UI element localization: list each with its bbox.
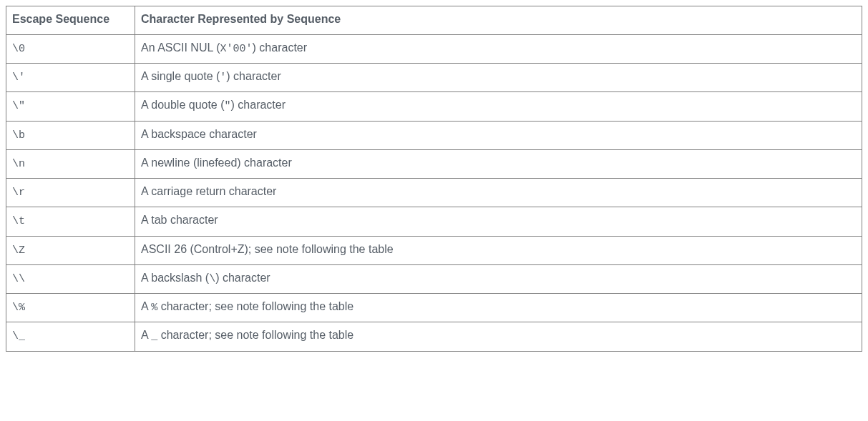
description-text-pre: A (141, 300, 151, 312)
cell-description: A double quote (") character (135, 92, 862, 121)
description-text-post: ) character (253, 41, 307, 54)
escape-sequence-code: \Z (12, 244, 25, 257)
description-text-post: ) character (226, 70, 281, 82)
cell-escape-sequence: \\ (6, 264, 135, 293)
cell-escape-sequence: \" (6, 92, 135, 121)
escape-sequence-code: \0 (12, 43, 25, 55)
cell-description: A _ character; see note following the ta… (135, 322, 862, 351)
table-row: \tA tab character (6, 207, 862, 236)
cell-description: A backslash (\) character (135, 264, 862, 293)
cell-escape-sequence: \b (6, 121, 135, 149)
escape-sequence-table: Escape Sequence Character Represented by… (6, 6, 862, 352)
table-row: \bA backspace character (6, 121, 862, 149)
table-row: \%A % character; see note following the … (6, 294, 862, 322)
header-escape-sequence: Escape Sequence (6, 6, 135, 35)
table-row: \_A _ character; see note following the … (6, 322, 862, 351)
cell-description: A % character; see note following the ta… (135, 294, 862, 322)
description-text-pre: An ASCII NUL ( (141, 41, 220, 54)
cell-description: ASCII 26 (Control+Z); see note following… (135, 236, 862, 264)
cell-description: A single quote (') character (135, 64, 862, 92)
description-inline-code: \ (209, 273, 215, 285)
description-text-pre: ASCII 26 (Control+Z); see note following… (141, 243, 394, 255)
cell-escape-sequence: \_ (6, 322, 135, 351)
description-text-pre: A newline (linefeed) character (141, 157, 292, 169)
description-inline-code: X'00' (220, 43, 253, 55)
description-text-post: ) character (231, 99, 286, 111)
cell-escape-sequence: \r (6, 179, 135, 207)
table-row: \'A single quote (') character (6, 64, 862, 92)
table-row: \ZASCII 26 (Control+Z); see note followi… (6, 236, 862, 264)
description-inline-code: ' (220, 71, 226, 84)
cell-escape-sequence: \n (6, 149, 135, 178)
table-header-row: Escape Sequence Character Represented by… (6, 6, 862, 35)
cell-description: A carriage return character (135, 179, 862, 207)
cell-description: A newline (linefeed) character (135, 149, 862, 178)
table-row: \\A backslash (\) character (6, 264, 862, 293)
description-text-pre: A backspace character (141, 128, 257, 140)
header-character-represented: Character Represented by Sequence (135, 6, 862, 35)
cell-escape-sequence: \Z (6, 236, 135, 264)
description-text-pre: A (141, 329, 151, 341)
escape-sequence-code: \\ (12, 273, 25, 285)
description-text-pre: A backslash ( (141, 272, 209, 284)
escape-sequence-code: \n (12, 158, 25, 170)
cell-escape-sequence: \0 (6, 34, 135, 63)
cell-escape-sequence: \t (6, 207, 135, 236)
table-row: \0An ASCII NUL (X'00') character (6, 34, 862, 63)
description-text-pre: A carriage return character (141, 185, 276, 197)
description-text-pre: A single quote ( (141, 70, 220, 82)
escape-sequence-code: \r (12, 187, 25, 199)
escape-sequence-code: \_ (12, 330, 25, 342)
description-inline-code: _ (151, 330, 157, 342)
table-row: \nA newline (linefeed) character (6, 149, 862, 178)
description-inline-code: " (225, 100, 231, 112)
table-row: \"A double quote (") character (6, 92, 862, 121)
cell-description: A tab character (135, 207, 862, 236)
escape-sequence-code: \" (12, 100, 25, 112)
escape-sequence-code: \b (12, 129, 25, 142)
description-text-pre: A tab character (141, 214, 218, 226)
escape-sequence-code: \' (12, 71, 25, 84)
cell-description: A backspace character (135, 121, 862, 149)
description-inline-code: % (151, 302, 157, 314)
escape-sequence-code: \% (12, 302, 25, 314)
escape-sequence-code: \t (12, 215, 25, 227)
cell-escape-sequence: \% (6, 294, 135, 322)
description-text-post: ) character (215, 272, 270, 284)
description-text-post: character; see note following the table (157, 329, 353, 341)
cell-escape-sequence: \' (6, 64, 135, 92)
description-text-pre: A double quote ( (141, 99, 225, 111)
cell-description: An ASCII NUL (X'00') character (135, 34, 862, 63)
table-row: \rA carriage return character (6, 179, 862, 207)
description-text-post: character; see note following the table (157, 300, 353, 312)
